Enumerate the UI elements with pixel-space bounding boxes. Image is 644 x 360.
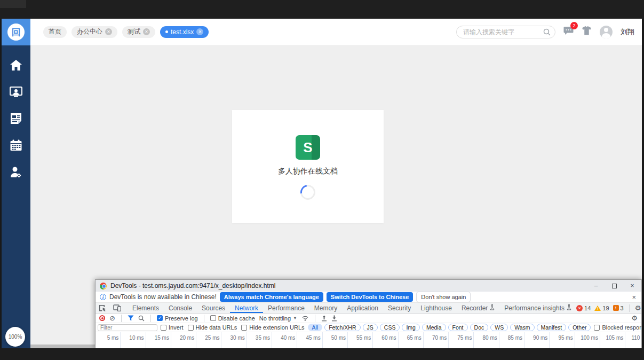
- devtools-tab[interactable]: Application: [342, 303, 383, 313]
- breadcrumb-tab[interactable]: 首页: [43, 26, 67, 38]
- close-icon[interactable]: ×: [196, 28, 203, 35]
- checkbox-icon: [210, 315, 216, 321]
- preserve-log-checkbox[interactable]: Preserve log: [157, 315, 198, 322]
- sidebar-item-calendar[interactable]: [2, 132, 30, 159]
- devtools-tab[interactable]: Security: [383, 303, 416, 313]
- device-toolbar-icon[interactable]: [110, 304, 124, 311]
- minimize-button[interactable]: –: [587, 280, 605, 292]
- export-har-icon[interactable]: [331, 315, 337, 322]
- search-box: [456, 26, 555, 38]
- clear-network-log-icon[interactable]: ⊘: [109, 315, 115, 322]
- request-type-chip[interactable]: Fetch/XHR: [324, 324, 360, 331]
- filter-checkbox[interactable]: Hide data URLs: [188, 324, 237, 331]
- loading-spinner-icon: [298, 182, 319, 203]
- devtools-tab-label: Application: [347, 304, 378, 312]
- search-network-icon[interactable]: [138, 315, 145, 322]
- calendar-icon: [10, 139, 22, 151]
- sidebar-item-news[interactable]: [2, 105, 30, 132]
- close-icon[interactable]: ×: [143, 28, 150, 35]
- timeline-tick: 50 ms: [323, 332, 348, 349]
- os-top-bar-tab[interactable]: [0, 0, 26, 8]
- warning-count[interactable]: 19: [594, 305, 609, 311]
- match-language-button[interactable]: Always match Chrome's language: [220, 292, 323, 302]
- issues-count[interactable]: !3: [613, 305, 624, 311]
- disable-cache-checkbox[interactable]: Disable cache: [210, 315, 255, 322]
- meeting-person-screen-icon: [10, 86, 22, 98]
- request-type-chip[interactable]: Img: [402, 324, 420, 331]
- timeline-tick: 90 ms: [524, 332, 550, 349]
- breadcrumb-tab[interactable]: 测试 ×: [122, 26, 155, 38]
- import-har-icon[interactable]: [321, 315, 327, 322]
- network-settings-gear-icon[interactable]: ⚙: [631, 314, 638, 322]
- checkbox-icon: [594, 325, 600, 331]
- checkbox-icon: [241, 325, 247, 331]
- request-type-chip[interactable]: Wasm: [510, 324, 534, 331]
- filter-funnel-icon[interactable]: [128, 315, 134, 321]
- devtools-infobar: i DevTools is now available in Chinese! …: [96, 292, 641, 303]
- timeline-tick: 65 ms: [399, 332, 424, 349]
- filter-checkbox[interactable]: Hide extension URLs: [241, 324, 304, 331]
- sidebar-item-home[interactable]: [2, 52, 30, 79]
- issues-icon: !: [613, 305, 619, 311]
- devtools-tab[interactable]: Lighthouse: [416, 303, 457, 313]
- settings-gear-icon[interactable]: ⚙: [635, 304, 641, 312]
- request-type-chip[interactable]: WS: [490, 324, 508, 331]
- devtools-tab[interactable]: Performance: [263, 303, 309, 313]
- breadcrumb-tab[interactable]: test.xlsx ×: [160, 26, 209, 38]
- devtools-tab[interactable]: Memory: [309, 303, 342, 313]
- devtools-tab[interactable]: Recorder: [457, 303, 499, 313]
- breadcrumb-tab-label: 测试: [128, 27, 140, 36]
- network-timeline-ruler[interactable]: 5 ms10 ms15 ms20 ms25 ms30 ms35 ms40 ms4…: [96, 332, 641, 349]
- request-type-chip[interactable]: Doc: [470, 324, 489, 331]
- devtools-window-title: DevTools - test.oms.jayud.com:9471/x_des…: [110, 282, 275, 289]
- breadcrumb-tab-label: 办公中心: [77, 27, 102, 36]
- request-type-chip[interactable]: Other: [568, 324, 591, 331]
- devtools-tab[interactable]: Elements: [128, 303, 164, 313]
- request-type-chip[interactable]: JS: [363, 324, 378, 331]
- infobar-close-icon[interactable]: ×: [632, 293, 637, 301]
- search-icon[interactable]: [543, 28, 551, 38]
- devtools-tab[interactable]: Sources: [197, 303, 230, 313]
- app-logo[interactable]: 回: [2, 19, 30, 45]
- zoom-level-badge[interactable]: 100%: [5, 327, 25, 347]
- throttling-select[interactable]: No throttling▼: [259, 315, 297, 322]
- experiment-flask-icon: [490, 304, 495, 312]
- devtools-tab[interactable]: Network: [230, 303, 263, 313]
- close-icon[interactable]: ×: [105, 28, 112, 35]
- maximize-button[interactable]: [605, 280, 623, 292]
- close-window-button[interactable]: ×: [623, 280, 641, 292]
- sidebar-item-user-settings[interactable]: [2, 159, 30, 185]
- request-type-chip[interactable]: Manifest: [537, 324, 567, 331]
- search-input[interactable]: [456, 26, 555, 38]
- sidebar-item-meeting[interactable]: [2, 79, 30, 105]
- breadcrumb-tab-label: test.xlsx: [171, 28, 194, 36]
- dont-show-again-button[interactable]: Don't show again: [416, 292, 471, 302]
- request-type-chip[interactable]: Font: [448, 324, 468, 331]
- modified-dot: [165, 30, 168, 33]
- theme-button[interactable]: [582, 26, 592, 37]
- breadcrumb-tab[interactable]: 办公中心 ×: [71, 26, 117, 38]
- devtools-tab[interactable]: Performance insights: [499, 303, 576, 313]
- record-network-log-button[interactable]: [99, 315, 105, 321]
- timeline-tick: 5 ms: [96, 332, 121, 349]
- network-filter-input[interactable]: [98, 324, 157, 331]
- user-menu[interactable]: [600, 26, 613, 38]
- error-count[interactable]: ×14: [576, 305, 591, 311]
- messages-button[interactable]: 2: [563, 26, 574, 37]
- timeline-tick: 15 ms: [146, 332, 171, 349]
- request-type-chip[interactable]: All: [308, 324, 323, 331]
- timeline-tick: 35 ms: [247, 332, 272, 349]
- devtools-title-bar[interactable]: DevTools - test.oms.jayud.com:9471/x_des…: [96, 280, 641, 292]
- request-type-chip[interactable]: CSS: [380, 324, 400, 331]
- request-type-chip[interactable]: Media: [422, 324, 446, 331]
- blocked-checkbox[interactable]: Blocked response cookies: [594, 324, 641, 331]
- breadcrumb-tab-label: 首页: [49, 27, 61, 36]
- timeline-tick: 25 ms: [196, 332, 221, 349]
- loading-card: S 多人协作在线文档: [232, 110, 384, 223]
- switch-chinese-button[interactable]: Switch DevTools to Chinese: [327, 292, 414, 302]
- devtools-tab[interactable]: Console: [164, 303, 197, 313]
- timeline-tick: 20 ms: [171, 332, 196, 349]
- network-conditions-icon[interactable]: [301, 315, 309, 321]
- inspect-element-icon[interactable]: [96, 304, 110, 312]
- filter-checkbox[interactable]: Invert: [161, 324, 184, 331]
